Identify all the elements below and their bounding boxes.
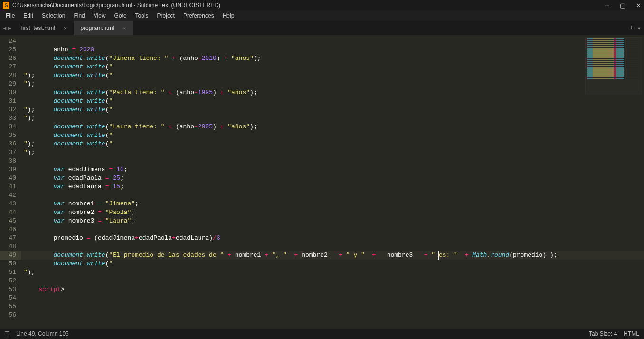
tab-overflow: + ▾ [629, 21, 641, 35]
tab-history-nav: ◀ ▶ [0, 21, 14, 35]
editor[interactable]: 2425262728293031323334353637383940414243… [0, 35, 644, 329]
tab-label: first_test.html [21, 25, 55, 31]
menu-tools[interactable]: Tools [132, 11, 152, 20]
app-icon: S [3, 2, 9, 9]
menu-help[interactable]: Help [219, 11, 238, 20]
window-controls: ─ ▢ ✕ [605, 2, 641, 9]
menubar: File Edit Selection Find View Goto Tools… [0, 10, 644, 21]
line-gutter: 2425262728293031323334353637383940414243… [0, 35, 21, 329]
tab-first-test[interactable]: first_test.html × [14, 21, 74, 35]
menu-preferences[interactable]: Preferences [180, 11, 218, 20]
tabbar: ◀ ▶ first_test.html × program.html × + ▾ [0, 21, 644, 35]
menu-goto[interactable]: Goto [111, 11, 131, 20]
close-button[interactable]: ✕ [636, 2, 641, 9]
menu-project[interactable]: Project [153, 11, 179, 20]
tab-program[interactable]: program.html × [74, 21, 133, 35]
tab-close-icon[interactable]: × [123, 25, 126, 32]
window-title: C:\Users\micha\Documents\Logic\program.h… [12, 2, 605, 9]
menu-view[interactable]: View [90, 11, 110, 20]
menu-selection[interactable]: Selection [38, 11, 69, 20]
nav-back-icon[interactable]: ◀ [3, 25, 6, 32]
menu-edit[interactable]: Edit [19, 11, 37, 20]
tab-close-icon[interactable]: × [64, 25, 67, 32]
status-cursor-pos: Line 49, Column 105 [16, 330, 69, 337]
code-area[interactable]: anho = 2020 document.write("Jimena tiene… [21, 35, 644, 329]
minimize-button[interactable]: ─ [605, 2, 609, 9]
tab-label: program.html [80, 25, 114, 31]
status-square-icon[interactable] [5, 331, 9, 336]
status-syntax[interactable]: HTML [624, 330, 639, 337]
maximize-button[interactable]: ▢ [620, 2, 625, 9]
new-tab-icon[interactable]: + [629, 24, 633, 32]
tab-dropdown-icon[interactable]: ▾ [637, 24, 641, 32]
statusbar: Line 49, Column 105 Tab Size: 4 HTML [0, 329, 644, 339]
titlebar: S C:\Users\micha\Documents\Logic\program… [0, 0, 644, 10]
menu-file[interactable]: File [2, 11, 19, 20]
status-tab-size[interactable]: Tab Size: 4 [589, 330, 617, 337]
nav-forward-icon[interactable]: ▶ [8, 25, 11, 32]
menu-find[interactable]: Find [70, 11, 88, 20]
